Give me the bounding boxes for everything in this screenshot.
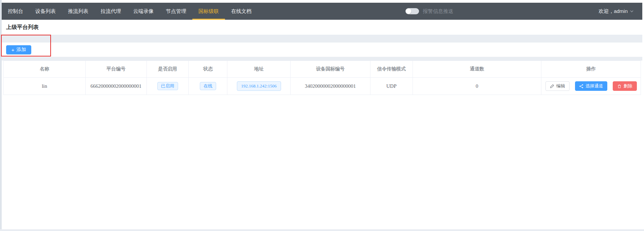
header-enabled: 是否启用: [147, 61, 189, 78]
header-gb-device-id: 设备国标编号: [291, 61, 370, 78]
title-strip: 上级平台列表: [2, 20, 642, 35]
tab-online-docs[interactable]: 在线文档: [225, 3, 258, 20]
plus-icon: +: [12, 47, 15, 52]
cell-signal-transport: UDP: [370, 78, 413, 95]
header-address: 地址: [227, 61, 291, 78]
cell-actions: 编辑 选择通道: [541, 78, 641, 95]
tab-node-manage[interactable]: 节点管理: [160, 3, 192, 20]
add-button-label: 添加: [16, 47, 26, 53]
edit-button[interactable]: 编辑: [545, 81, 570, 91]
admin-console-page: 控制台 设备列表 推流列表 拉流代理 云端录像 节点管理 国标级联 在线文档 报…: [0, 0, 644, 231]
select-channel-button[interactable]: 选择通道: [575, 81, 607, 91]
user-menu[interactable]: 欢迎，admin: [598, 3, 634, 20]
tab-cloud-record[interactable]: 云端录像: [127, 3, 160, 20]
toggle-knob: [406, 9, 411, 14]
address-badge: 192.168.1.242:1506: [237, 81, 281, 91]
cell-channel-count: 0: [413, 78, 542, 95]
footer-band: [0, 229, 644, 231]
cell-status: 在线: [189, 78, 227, 95]
divider-band-top: [2, 35, 642, 43]
header-name: 名称: [4, 61, 86, 78]
header-signal-transport: 信令传输模式: [370, 61, 413, 78]
chevron-down-icon: [630, 9, 634, 13]
alarm-push-label: 报警信息推送: [423, 8, 453, 15]
cell-gb-device-id: 34020000002000000001: [291, 78, 370, 95]
cell-platform-id: 66620000002000000001: [86, 78, 147, 95]
tab-gb-cascade-active[interactable]: 国标级联: [192, 3, 225, 20]
share-icon: [579, 84, 584, 88]
top-nav-bar: 控制台 设备列表 推流列表 拉流代理 云端录像 节点管理 国标级联 在线文档 报…: [2, 3, 642, 20]
add-button[interactable]: + 添加: [6, 45, 31, 54]
tab-console[interactable]: 控制台: [2, 3, 29, 20]
alarm-push-toggle[interactable]: [405, 8, 419, 14]
page-title: 上级平台列表: [6, 24, 39, 31]
cell-address: 192.168.1.242:1506: [227, 78, 291, 95]
trash-icon: [617, 84, 622, 88]
header-actions: 操作: [541, 61, 641, 78]
header-channel-count: 通道数: [413, 61, 542, 78]
edit-button-label: 编辑: [556, 83, 565, 89]
table-row: lin 66620000002000000001 已启用 在线 192.168.…: [4, 78, 641, 95]
toolbar: + 添加: [2, 43, 642, 57]
cell-name: lin: [4, 78, 86, 95]
header-status: 状态: [189, 61, 227, 78]
cell-enabled: 已启用: [147, 78, 189, 95]
divider-band-bottom: [2, 57, 642, 61]
tab-push-list[interactable]: 推流列表: [62, 3, 94, 20]
delete-button[interactable]: 删除: [613, 81, 637, 91]
welcome-text: 欢迎，admin: [598, 8, 628, 15]
tab-device-list[interactable]: 设备列表: [29, 3, 62, 20]
platform-table: 名称 平台编号 是否启用 状态 地址 设备国标编号 信令传输模式 通道数 操作 …: [3, 61, 641, 95]
pencil-icon: [550, 84, 554, 88]
header-platform-id: 平台编号: [86, 61, 147, 78]
tab-pull-proxy[interactable]: 拉流代理: [94, 3, 127, 20]
table-header-row: 名称 平台编号 是否启用 状态 地址 设备国标编号 信令传输模式 通道数 操作: [4, 61, 641, 78]
select-channel-label: 选择通道: [586, 83, 603, 89]
enabled-badge: 已启用: [157, 82, 178, 90]
delete-button-label: 删除: [624, 83, 632, 89]
alarm-push-group: 报警信息推送: [405, 3, 453, 20]
row-actions: 编辑 选择通道: [541, 81, 641, 91]
status-badge: 在线: [200, 82, 216, 90]
